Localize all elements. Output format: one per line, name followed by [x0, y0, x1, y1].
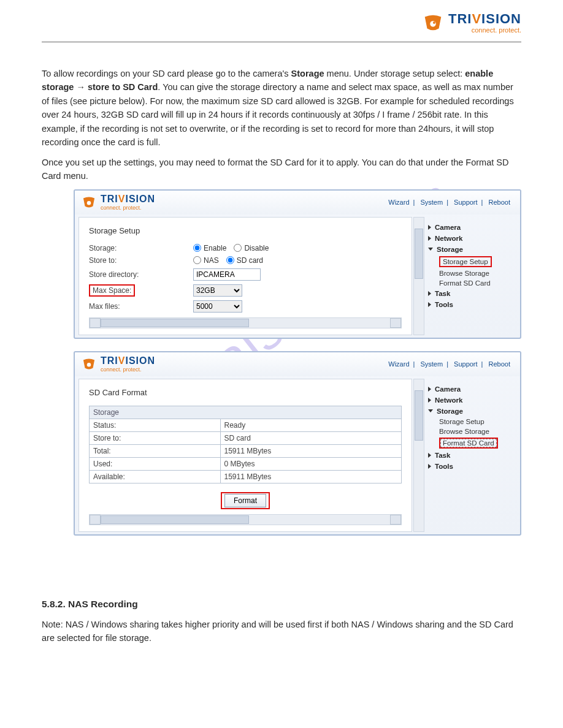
chevron-down-icon [428, 409, 433, 412]
storage-table: Storage Status:Ready Store to:SD card To… [89, 406, 402, 483]
input-directory[interactable] [193, 268, 261, 281]
sidebar-sub-format-sd[interactable]: Format SD Card [426, 436, 516, 450]
link-wizard[interactable]: Wizard [388, 199, 409, 206]
app-logo: TRIVISIONconnect. protect. [81, 194, 155, 211]
label-storeto: Store to: [89, 256, 193, 265]
chevron-right-icon [428, 387, 431, 392]
table-row: Status:Ready [90, 419, 402, 431]
sidebar-item-network[interactable]: Network [426, 395, 516, 406]
svg-point-3 [87, 363, 91, 367]
table-row: Available:15911 MBytes [90, 470, 402, 483]
radio-disable[interactable]: Disable [234, 244, 269, 252]
table-row: Total:15911 MBytes [90, 444, 402, 457]
svg-point-1 [433, 21, 435, 24]
link-reboot[interactable]: Reboot [489, 199, 510, 206]
screenshot-format-sd: TRIVISIONconnect. protect. Wizard| Syste… [74, 351, 521, 536]
highlight-format-sd: Format SD Card [439, 438, 498, 449]
table-header: Storage [90, 406, 402, 419]
doc-para-1: To allow recordings on your SD card plea… [42, 67, 521, 150]
doc-para-3: Note: NAS / Windows sharing takes higher… [42, 618, 521, 645]
panel-sd-format: SD Card Format Storage Status:Ready Stor… [79, 379, 412, 532]
highlight-storage-setup: Storage Setup [439, 256, 492, 267]
section-heading-nas: 5.8.2. NAS Recording [42, 597, 521, 612]
brand-text-a: TRI [448, 11, 472, 26]
label-maxfiles: Max files: [89, 302, 193, 311]
sidebar-item-camera[interactable]: Camera [426, 222, 516, 233]
radio-nas[interactable]: NAS [193, 256, 219, 265]
sidebar: Camera Network Storage Storage Setup Bro… [426, 217, 516, 335]
link-wizard[interactable]: Wizard [388, 360, 409, 368]
chevron-right-icon [428, 291, 431, 296]
label-directory: Store directory: [89, 270, 193, 279]
select-maxspace[interactable]: 32GB [193, 284, 242, 297]
highlight-format-button: Format [221, 492, 270, 509]
table-row: Used:0 MBytes [90, 457, 402, 470]
sidebar-sub-browse-storage[interactable]: Browse Storage [426, 268, 516, 278]
svg-point-2 [87, 201, 91, 205]
select-maxfiles[interactable]: 5000 [193, 300, 242, 313]
sidebar-item-storage[interactable]: Storage [426, 244, 516, 255]
format-button[interactable]: Format [224, 494, 266, 507]
sidebar-item-task[interactable]: Task [426, 450, 516, 461]
sidebar-item-tools[interactable]: Tools [426, 461, 516, 472]
radio-enable[interactable]: Enable [193, 244, 226, 252]
sidebar-sub-format-sd[interactable]: Format SD Card [426, 278, 516, 288]
scrollbar-horizontal[interactable] [89, 514, 402, 525]
chevron-right-icon [428, 398, 431, 403]
sidebar-item-camera[interactable]: Camera [426, 384, 516, 395]
link-support[interactable]: Support [454, 199, 478, 206]
sidebar-item-task[interactable]: Task [426, 288, 516, 299]
doc-para-2: Once you set up the settings, you may ne… [42, 156, 521, 183]
brand-logo: TRIVISION connect. protect. [421, 11, 521, 34]
chevron-right-icon [428, 453, 431, 458]
chevron-down-icon [428, 248, 433, 251]
logo-mark-icon [81, 356, 97, 372]
label-storage: Storage: [89, 244, 193, 252]
link-support[interactable]: Support [454, 360, 478, 368]
panel-storage-setup: Storage Setup Storage: Enable Disable St… [79, 217, 412, 335]
radio-sdcard[interactable]: SD card [226, 256, 263, 265]
sidebar-sub-browse-storage[interactable]: Browse Storage [426, 427, 516, 436]
scrollbar-horizontal[interactable] [89, 317, 402, 328]
brand-tagline: connect. protect. [448, 27, 521, 34]
chevron-right-icon [428, 225, 431, 230]
app-logo: TRIVISIONconnect. protect. [81, 356, 155, 373]
page-header: TRIVISION connect. protect. [0, 0, 563, 37]
sidebar-item-network[interactable]: Network [426, 233, 516, 244]
sidebar-item-tools[interactable]: Tools [426, 299, 516, 310]
link-system[interactable]: System [420, 199, 443, 206]
logo-mark-icon [421, 11, 445, 34]
top-links: Wizard| System| Support| Reboot [385, 360, 514, 368]
logo-mark-icon [81, 194, 97, 210]
link-reboot[interactable]: Reboot [489, 360, 510, 368]
panel-title: Storage Setup [89, 226, 402, 235]
screenshot-storage-setup: TRIVISIONconnect. protect. Wizard| Syste… [74, 189, 521, 339]
sidebar-sub-storage-setup[interactable]: Storage Setup [426, 255, 516, 268]
sidebar-item-storage[interactable]: Storage [426, 406, 516, 417]
highlight-maxspace-label: Max Space: [89, 284, 135, 297]
chevron-right-icon [428, 464, 431, 469]
svg-point-0 [430, 21, 436, 27]
scrollbar-vertical[interactable] [413, 217, 424, 335]
sidebar: Camera Network Storage Storage Setup Bro… [426, 379, 516, 532]
table-row: Store to:SD card [90, 431, 402, 444]
sidebar-sub-storage-setup[interactable]: Storage Setup [426, 417, 516, 427]
chevron-right-icon [428, 236, 431, 241]
brand-text-v: V [472, 11, 481, 26]
panel-title: SD Card Format [89, 388, 402, 397]
scrollbar-vertical[interactable] [413, 379, 424, 532]
brand-text-c: ISION [481, 11, 521, 26]
chevron-right-icon [428, 302, 431, 307]
top-links: Wizard| System| Support| Reboot [385, 199, 514, 206]
link-system[interactable]: System [420, 360, 443, 368]
